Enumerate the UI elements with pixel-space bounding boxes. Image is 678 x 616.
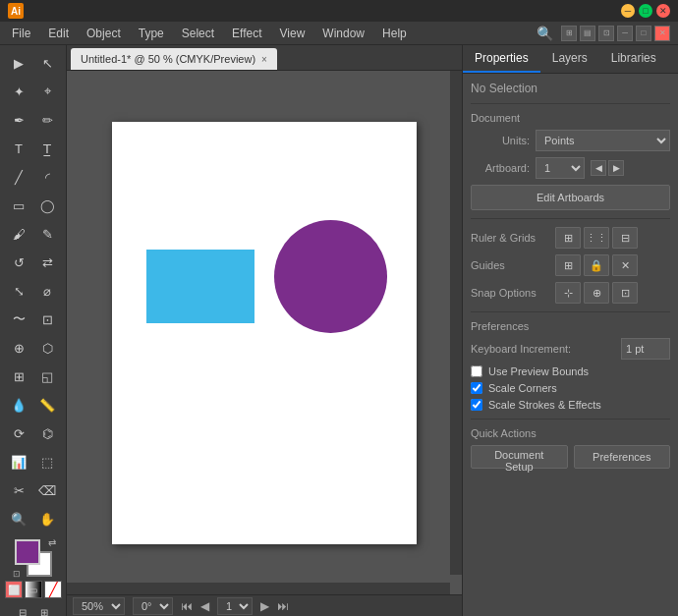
- document-setup-btn[interactable]: Document Setup: [471, 445, 568, 469]
- menu-window[interactable]: Window: [314, 24, 372, 43]
- color-mode-btn[interactable]: ⬜: [5, 581, 23, 598]
- scale-tool[interactable]: ⤡: [5, 277, 32, 305]
- type-tool[interactable]: T: [5, 135, 32, 162]
- artboard-select-panel[interactable]: 1: [536, 157, 585, 179]
- bar-chart-tool[interactable]: 📊: [5, 448, 32, 476]
- symbol-tool[interactable]: ⌬: [33, 420, 61, 447]
- artboard-select[interactable]: 1: [217, 597, 253, 615]
- add-anchor-tool[interactable]: ✏: [33, 106, 61, 134]
- paintbrush-tool[interactable]: 🖌: [5, 220, 32, 248]
- canvas-container[interactable]: [67, 71, 462, 594]
- rotate-tool[interactable]: ↺: [5, 249, 32, 276]
- tab-close-icon[interactable]: ×: [261, 54, 267, 65]
- default-colors-icon[interactable]: ⊡: [13, 569, 21, 579]
- hand-tool[interactable]: ✋: [33, 505, 61, 532]
- pixel-grid-icon[interactable]: ⊟: [612, 227, 638, 249]
- touch-type-tool[interactable]: T̲: [33, 135, 61, 162]
- none-mode-btn[interactable]: ╱: [44, 581, 62, 598]
- grid-icon[interactable]: ⋮⋮: [584, 227, 609, 249]
- warp-tool[interactable]: 〜: [5, 306, 32, 333]
- ellipse-tool[interactable]: ◯: [33, 192, 61, 219]
- show-guides-icon[interactable]: ⊞: [555, 254, 581, 276]
- menu-type[interactable]: Type: [131, 24, 172, 43]
- artboard-tool[interactable]: ⬚: [33, 448, 61, 476]
- nav-prev-icon[interactable]: ◀: [200, 599, 209, 613]
- nav-last-icon[interactable]: ⏭: [277, 599, 289, 613]
- horizontal-scrollbar[interactable]: [67, 583, 450, 594]
- maximize-button[interactable]: □: [639, 4, 652, 18]
- tab-properties[interactable]: Properties: [463, 45, 540, 73]
- scale-strokes-label[interactable]: Scale Strokes & Effects: [488, 399, 601, 411]
- scale-strokes-checkbox[interactable]: [471, 399, 482, 411]
- mesh-tool[interactable]: ⊞: [5, 363, 32, 390]
- lasso-tool[interactable]: ⌖: [33, 78, 61, 105]
- window-minimize-icon[interactable]: ─: [617, 26, 633, 41]
- gradient-mode-btn[interactable]: ▭: [25, 581, 42, 598]
- rotation-select[interactable]: 0°: [133, 597, 173, 615]
- magic-wand-tool[interactable]: ✦: [5, 78, 32, 105]
- shear-tool[interactable]: ⌀: [33, 277, 61, 305]
- nav-next-icon[interactable]: ▶: [260, 599, 269, 613]
- document-tab[interactable]: Untitled-1* @ 50 % (CMYK/Preview) ×: [71, 48, 277, 70]
- tab-layers[interactable]: Layers: [540, 45, 599, 73]
- keyboard-increment-input[interactable]: [621, 338, 670, 360]
- slice-tool[interactable]: ✂: [5, 476, 32, 504]
- free-transform-tool[interactable]: ⊡: [33, 306, 61, 333]
- scale-corners-checkbox[interactable]: [471, 382, 482, 394]
- menu-view[interactable]: View: [272, 24, 313, 43]
- shape-builder-tool[interactable]: ⊕: [5, 334, 32, 362]
- panels-icon[interactable]: ▤: [580, 26, 595, 41]
- vertical-scrollbar[interactable]: [450, 71, 462, 575]
- edit-artboards-btn[interactable]: Edit Artboards: [471, 185, 670, 210]
- window-close-icon[interactable]: ✕: [654, 26, 670, 41]
- ruler-icon[interactable]: ⊞: [555, 227, 581, 249]
- search-icon[interactable]: 🔍: [531, 26, 559, 41]
- menu-effect[interactable]: Effect: [224, 24, 269, 43]
- eyedropper-tool[interactable]: 💧: [5, 391, 32, 419]
- units-select[interactable]: Points: [536, 130, 670, 151]
- swap-colors-icon[interactable]: ⇄: [48, 537, 56, 548]
- menu-object[interactable]: Object: [79, 24, 129, 43]
- menu-select[interactable]: Select: [174, 24, 222, 43]
- clear-guides-icon[interactable]: ✕: [612, 254, 638, 276]
- preferences-btn[interactable]: Preferences: [574, 445, 671, 469]
- perspective-tool[interactable]: ⬡: [33, 334, 61, 362]
- select-tool[interactable]: ▶: [5, 49, 32, 77]
- rect-tool[interactable]: ▭: [5, 192, 32, 219]
- fill-color[interactable]: [15, 539, 40, 565]
- menu-file[interactable]: File: [4, 24, 38, 43]
- pencil-tool[interactable]: ✎: [33, 220, 61, 248]
- blend-tool[interactable]: ⟳: [5, 420, 32, 447]
- use-preview-bounds-checkbox[interactable]: [471, 365, 482, 377]
- direct-select-tool[interactable]: ↖: [33, 49, 61, 77]
- use-preview-bounds-label[interactable]: Use Preview Bounds: [488, 365, 589, 377]
- expand-icon[interactable]: ⊡: [598, 26, 614, 41]
- arrange-icon[interactable]: ⊞: [561, 26, 577, 41]
- circle-shape[interactable]: [274, 220, 387, 333]
- snap-to-point-icon[interactable]: ⊕: [584, 282, 609, 304]
- zoom-tool[interactable]: 🔍: [5, 505, 32, 532]
- arc-tool[interactable]: ◜: [33, 163, 61, 191]
- rectangle-shape[interactable]: [146, 250, 254, 323]
- line-tool[interactable]: ╱: [5, 163, 32, 191]
- reflect-tool[interactable]: ⇄: [33, 249, 61, 276]
- lock-guides-icon[interactable]: 🔒: [584, 254, 609, 276]
- artboard-prev-arrow[interactable]: ◀: [591, 160, 606, 176]
- pen-tool[interactable]: ✒: [5, 106, 32, 134]
- scale-corners-label[interactable]: Scale Corners: [488, 382, 557, 394]
- minimize-button[interactable]: ─: [621, 4, 635, 18]
- fullscreen-icon[interactable]: ⊞: [34, 602, 54, 616]
- tab-libraries[interactable]: Libraries: [599, 45, 668, 73]
- window-maximize-icon[interactable]: □: [636, 26, 651, 41]
- snap-to-grid-icon[interactable]: ⊹: [555, 282, 581, 304]
- close-button[interactable]: ✕: [656, 4, 670, 18]
- menu-help[interactable]: Help: [374, 24, 415, 43]
- menu-edit[interactable]: Edit: [40, 24, 77, 43]
- nav-first-icon[interactable]: ⏮: [181, 599, 193, 613]
- gradient-tool[interactable]: ◱: [33, 363, 61, 390]
- measure-tool[interactable]: 📏: [33, 391, 61, 419]
- eraser-tool[interactable]: ⌫: [33, 476, 61, 504]
- zoom-select[interactable]: 50%: [73, 597, 125, 615]
- snap-to-pixel-icon[interactable]: ⊡: [612, 282, 638, 304]
- artboard-next-arrow[interactable]: ▶: [608, 160, 624, 176]
